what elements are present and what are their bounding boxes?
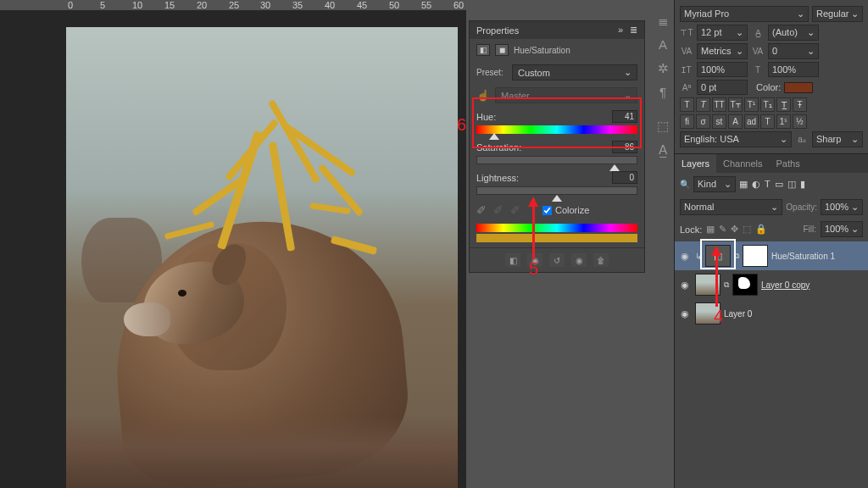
tab-channels[interactable]: Channels bbox=[716, 154, 769, 173]
ot-6[interactable]: T bbox=[760, 114, 775, 129]
right-column: Myriad Pro⌄ Regular⌄ ⊤T 12 pt⌄ A̲ (Auto)… bbox=[674, 0, 868, 488]
language-dropdown[interactable]: English: USA⌄ bbox=[680, 131, 792, 147]
lock-position-icon[interactable]: ✥ bbox=[731, 224, 738, 235]
eyedropper-add-icon[interactable]: ✐ bbox=[493, 203, 504, 217]
smallcaps-button[interactable]: Tᴛ bbox=[728, 97, 743, 112]
colorize-label: Colorize bbox=[555, 205, 589, 215]
tab-layers[interactable]: Layers bbox=[675, 154, 716, 173]
filter-shape-icon[interactable]: ▭ bbox=[775, 179, 783, 190]
colorize-checkbox-row[interactable]: Colorize bbox=[542, 205, 589, 215]
panel-menu-icon[interactable]: ≣ bbox=[630, 25, 637, 36]
clip-to-layer-icon[interactable]: ◧ bbox=[505, 253, 520, 267]
saturation-value-input[interactable]: 86 bbox=[612, 141, 637, 153]
ot-7[interactable]: 1ˢ bbox=[776, 114, 791, 129]
panel-icon-6[interactable]: A̲ bbox=[655, 142, 670, 158]
kerning-dropdown[interactable]: Metrics⌄ bbox=[697, 43, 748, 59]
layers-tabs: Layers Channels Paths bbox=[675, 154, 868, 173]
ot-2[interactable]: σ bbox=[696, 114, 710, 129]
finger-icon[interactable]: ☝ bbox=[476, 89, 490, 102]
hue-value-input[interactable]: 41 bbox=[612, 110, 637, 123]
eyedropper-icon[interactable]: ✐ bbox=[476, 203, 487, 217]
ot-4[interactable]: A bbox=[728, 114, 743, 129]
delete-icon[interactable]: 🗑 bbox=[593, 253, 609, 267]
hue-slider[interactable] bbox=[476, 125, 637, 134]
filter-smart-icon[interactable]: ◫ bbox=[787, 179, 796, 190]
layer-mask-thumb[interactable] bbox=[732, 274, 758, 296]
saturation-slider[interactable] bbox=[476, 156, 637, 164]
allcaps-button[interactable]: TT bbox=[712, 97, 726, 112]
lock-all-icon[interactable]: ▦ bbox=[706, 224, 715, 235]
blend-mode-dropdown[interactable]: Normal⌄ bbox=[680, 199, 782, 215]
collapse-icon[interactable]: » bbox=[618, 25, 623, 36]
vertical-panel-icons: ≣ A ✲ ¶ ⬚ A̲ bbox=[652, 14, 674, 158]
font-size-dropdown[interactable]: 12 pt⌄ bbox=[697, 25, 748, 41]
opacity-input[interactable]: 100%⌄ bbox=[821, 199, 863, 215]
italic-button[interactable]: T bbox=[696, 97, 710, 112]
visibility-toggle-icon[interactable]: ◉ bbox=[678, 280, 692, 291]
hue-label: Hue: bbox=[476, 112, 496, 122]
panel-icon-5[interactable]: ⬚ bbox=[655, 119, 670, 134]
ot-1[interactable]: fi bbox=[680, 114, 694, 129]
bold-button[interactable]: T bbox=[680, 97, 694, 112]
layer-hue-saturation[interactable]: ◉ ↳ ◧ ⧉ Hue/Saturation 1 bbox=[675, 241, 868, 270]
font-style-dropdown[interactable]: Regular⌄ bbox=[812, 6, 863, 22]
lock-pixels-icon[interactable]: ✎ bbox=[719, 224, 726, 235]
fill-input[interactable]: 100%⌄ bbox=[821, 221, 863, 237]
kind-filter-icon[interactable]: 🔍 bbox=[680, 180, 690, 189]
visibility-toggle-icon[interactable]: ◉ bbox=[678, 308, 692, 319]
canvas-area[interactable] bbox=[0, 10, 466, 488]
leading-dropdown[interactable]: (Auto)⌄ bbox=[768, 25, 819, 41]
layer-name[interactable]: Hue/Saturation 1 bbox=[771, 252, 835, 261]
antialias-dropdown[interactable]: Sharp⌄ bbox=[812, 131, 863, 147]
hue-slider-block: Hue: 41 bbox=[470, 107, 644, 137]
kind-dropdown[interactable]: Kind⌄ bbox=[693, 176, 736, 192]
text-color-swatch[interactable] bbox=[784, 82, 813, 93]
ot-3[interactable]: st bbox=[712, 114, 726, 129]
baseline-input[interactable]: 0 pt bbox=[697, 80, 748, 95]
lock-artboard-icon[interactable]: ⬚ bbox=[743, 224, 751, 235]
document-image[interactable] bbox=[66, 27, 458, 488]
lightness-slider[interactable] bbox=[476, 186, 637, 195]
tracking-dropdown[interactable]: 0⌄ bbox=[768, 43, 819, 59]
underline-button[interactable]: T̲ bbox=[776, 97, 791, 112]
lock-icon[interactable]: 🔒 bbox=[755, 224, 767, 235]
ot-5[interactable]: ad bbox=[744, 114, 759, 129]
lightness-slider-knob[interactable] bbox=[552, 195, 562, 202]
font-family-dropdown[interactable]: Myriad Pro⌄ bbox=[680, 6, 809, 22]
vscale-input[interactable]: 100% bbox=[697, 62, 748, 77]
layer-name[interactable]: Layer 0 bbox=[724, 309, 752, 319]
saturation-slider-knob[interactable] bbox=[609, 164, 620, 171]
panel-icon-2[interactable]: A bbox=[655, 37, 670, 53]
lightness-value-input[interactable]: 0 bbox=[612, 171, 637, 184]
ot-8[interactable]: ½ bbox=[793, 114, 807, 129]
mask-link-icon[interactable]: ⧉ bbox=[724, 280, 729, 290]
hscale-input[interactable]: 100% bbox=[768, 62, 819, 77]
tab-paths[interactable]: Paths bbox=[770, 154, 807, 173]
color-strip-top bbox=[476, 224, 637, 232]
hue-slider-knob[interactable] bbox=[489, 133, 499, 140]
colorize-checkbox[interactable] bbox=[542, 206, 552, 215]
filter-pixel-icon[interactable]: ▦ bbox=[739, 179, 748, 190]
filter-toggle-icon[interactable]: ▮ bbox=[800, 179, 805, 190]
reset-icon[interactable]: ↺ bbox=[549, 253, 565, 267]
lightness-label: Lightness: bbox=[476, 173, 519, 183]
preset-dropdown[interactable]: Custom⌄ bbox=[512, 64, 637, 80]
panel-icon-4[interactable]: ¶ bbox=[655, 85, 670, 100]
filter-adjust-icon[interactable]: ◐ bbox=[752, 179, 760, 190]
eyedropper-subtract-icon[interactable]: ✐ bbox=[510, 203, 520, 217]
visibility-toggle-icon[interactable]: ◉ bbox=[678, 251, 692, 262]
superscript-button[interactable]: T¹ bbox=[744, 97, 759, 112]
strike-button[interactable]: Ŧ bbox=[793, 97, 807, 112]
preset-row: Preset: Custom⌄ bbox=[470, 61, 644, 84]
toggle-visibility-icon[interactable]: ◉ bbox=[571, 253, 587, 267]
properties-panel-header[interactable]: Properties »≣ bbox=[470, 21, 644, 39]
panel-icon-1[interactable]: ≣ bbox=[655, 14, 670, 29]
layer-0-copy[interactable]: ◉ ⧉ Layer 0 copy bbox=[675, 270, 868, 299]
panel-icon-3[interactable]: ✲ bbox=[655, 61, 670, 76]
subscript-button[interactable]: T₁ bbox=[760, 97, 775, 112]
mask-link-icon[interactable]: ⧉ bbox=[734, 252, 739, 261]
layer-mask-thumb[interactable] bbox=[743, 245, 768, 267]
filter-type-icon[interactable]: T bbox=[765, 179, 771, 190]
layer-name[interactable]: Layer 0 copy bbox=[761, 280, 810, 290]
layer-0[interactable]: ◉ Layer 0 bbox=[675, 299, 868, 328]
